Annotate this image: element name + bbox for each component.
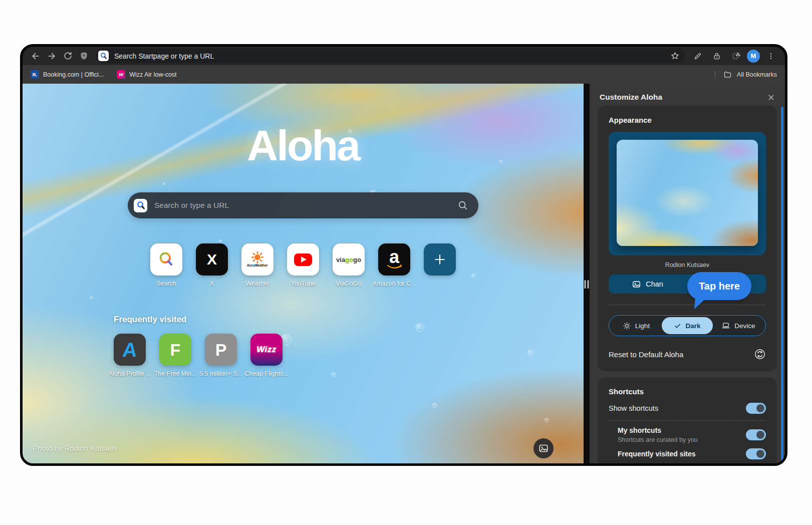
photo-author: Rodion Kutsaev (609, 261, 766, 269)
appearance-heading: Appearance (609, 116, 766, 124)
shortcut-search[interactable]: Search (150, 243, 182, 288)
newtab-page: Aloha Search or type a URL (23, 84, 584, 463)
rainbow-magnifier-icon (157, 250, 176, 269)
check-icon (674, 322, 681, 330)
bookmark-item-booking[interactable]: B. Booking.com | Offici... (31, 70, 104, 79)
bookmark-label: Booking.com | Offici... (43, 71, 104, 78)
shortcuts-row: Search X X AccuWeather (23, 243, 584, 288)
menu-kebab-icon[interactable] (763, 49, 779, 64)
frequently-visited-title: Frequently visited (114, 315, 584, 325)
image-icon (632, 280, 641, 289)
reset-icon (754, 348, 766, 360)
tap-here-tooltip[interactable]: Tap here (687, 272, 751, 300)
appearance-card: Appearance Rodion Kutsaev Chan Tap here (598, 106, 777, 371)
browser-toolbar: Search Startpage or type a URL M (23, 47, 785, 65)
aloha-logo: Aloha (23, 121, 584, 170)
shortcut-weather[interactable]: AccuWeather Weather (241, 243, 274, 288)
add-shortcut-button[interactable] (424, 243, 456, 288)
wallpaper-preview (617, 140, 758, 246)
shield-icon[interactable] (76, 49, 92, 64)
profile-avatar[interactable]: M (747, 50, 760, 63)
reset-label: Reset to Default Aloha (609, 350, 683, 359)
wizz-favicon: W (117, 70, 125, 79)
booking-favicon: B. (31, 70, 39, 79)
startpage-favicon (98, 51, 109, 61)
bookmark-label: Wizz Air low-cost (129, 71, 176, 78)
x-logo: X (207, 251, 217, 268)
lock-icon[interactable] (709, 49, 725, 64)
url-input[interactable]: Search Startpage or type a URL (114, 52, 214, 60)
theme-option-device[interactable]: Device (713, 317, 764, 334)
fv-item-f[interactable]: F The Free Min... (159, 334, 191, 378)
theme-segmented-control: Light Dark Device (609, 315, 766, 336)
fv-item-p[interactable]: P 5.5 million+ S... (205, 334, 237, 378)
laptop-icon (721, 321, 730, 330)
theme-option-dark[interactable]: Dark (662, 317, 713, 334)
browser-window: Search Startpage or type a URL M B. B (20, 44, 787, 466)
fv-item-wizz[interactable]: Wizz Cheap Flights... (250, 334, 283, 378)
bookmark-star-icon[interactable] (667, 49, 683, 64)
search-input[interactable]: Search or type a URL (128, 192, 478, 218)
change-wallpaper-fab[interactable] (533, 438, 554, 458)
accuweather-wordmark: AccuWeather (247, 264, 267, 267)
shortcuts-heading: Shortcuts (609, 387, 766, 396)
divider (609, 420, 766, 421)
forward-icon[interactable] (44, 49, 60, 64)
bookmark-item-wizz[interactable]: W Wizz Air low-cost (117, 70, 176, 79)
edit-icon[interactable] (690, 49, 706, 64)
panel-scrollbar[interactable] (781, 107, 783, 463)
pane-resize-handle[interactable] (585, 280, 589, 289)
show-shortcuts-row: Show shortcuts (609, 403, 766, 414)
shortcut-amazon[interactable]: a Amazon for C... (378, 243, 410, 288)
accuweather-sun-icon (250, 251, 265, 264)
search-placeholder: Search or type a URL (154, 201, 229, 210)
all-bookmarks[interactable]: All Bookmarks (715, 70, 777, 79)
amazon-smile (386, 265, 403, 270)
theme-option-light[interactable]: Light (611, 317, 662, 334)
customize-panel: Customize Aloha Appearance Rodion Kutsae… (590, 84, 785, 463)
wizz-logo: Wizz (256, 345, 277, 355)
my-shortcuts-row: My shortcuts Shortcuts are curated by yo… (618, 426, 766, 443)
all-bookmarks-label: All Bookmarks (737, 71, 777, 78)
back-icon[interactable] (28, 49, 44, 64)
shortcuts-card: Shortcuts Show shortcuts My shortcuts Sh… (598, 377, 777, 463)
fv-item-aloha[interactable]: A Aloha Profile ... (114, 334, 146, 378)
toolbar-right-icons: M (690, 49, 779, 64)
frequently-visited-sites-row: Frequently visited sites (618, 448, 766, 459)
sun-icon (623, 322, 631, 330)
youtube-icon (294, 253, 312, 266)
reset-default-row[interactable]: Reset to Default Aloha (609, 348, 766, 361)
viagogo-wordmark: viagogo (336, 256, 361, 264)
aloha-profile-glyph: A (121, 339, 138, 361)
shortcut-youtube[interactable]: YouTube (287, 243, 319, 288)
bookmarks-divider (715, 71, 715, 79)
show-shortcuts-toggle[interactable] (746, 403, 766, 414)
divider (609, 305, 766, 305)
frequently-visited-section: Frequently visited A Aloha Profile ... F… (114, 315, 584, 378)
wallpaper-preview-frame[interactable] (609, 132, 766, 255)
screenshot-icon[interactable] (728, 49, 744, 64)
my-shortcuts-toggle[interactable] (746, 429, 766, 440)
panel-title: Customize Aloha (600, 93, 662, 102)
amazon-logo: a (389, 250, 399, 265)
image-icon (538, 443, 549, 454)
search-icon[interactable] (457, 200, 468, 211)
plus-icon (433, 253, 446, 266)
pane-divider (584, 84, 590, 463)
reload-icon[interactable] (60, 49, 76, 64)
shortcut-x[interactable]: X X (196, 243, 228, 288)
url-bar[interactable]: Search Startpage or type a URL (96, 49, 685, 63)
folder-icon (723, 70, 732, 79)
frequently-visited-toggle[interactable] (746, 448, 766, 459)
close-icon[interactable] (767, 94, 775, 101)
bookmarks-bar: B. Booking.com | Offici... W Wizz Air lo… (23, 65, 785, 84)
shortcut-viagogo[interactable]: viagogo ViaGoGo (333, 243, 365, 288)
startpage-icon (134, 199, 147, 212)
photo-credit: Photo by Rodion Kutsaev (33, 444, 117, 452)
